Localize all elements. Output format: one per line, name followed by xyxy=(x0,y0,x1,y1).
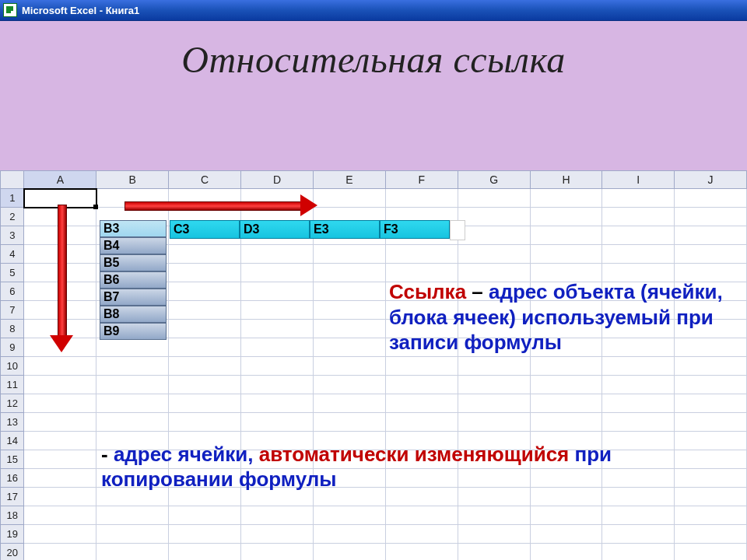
cell[interactable] xyxy=(602,394,675,413)
col-header[interactable]: B xyxy=(96,171,169,189)
cell[interactable] xyxy=(530,376,602,394)
cell[interactable] xyxy=(96,264,169,282)
cell[interactable] xyxy=(675,432,747,450)
cell[interactable] xyxy=(169,357,241,376)
cell[interactable] xyxy=(602,506,675,525)
cell[interactable] xyxy=(675,413,747,432)
cell[interactable] xyxy=(458,226,530,245)
row-header[interactable]: 14 xyxy=(1,432,24,450)
cell[interactable] xyxy=(675,394,747,413)
cell[interactable] xyxy=(24,264,96,282)
cell[interactable] xyxy=(458,357,530,376)
cell[interactable] xyxy=(96,413,169,432)
cell[interactable] xyxy=(241,525,314,544)
col-header[interactable]: G xyxy=(458,171,530,189)
cell[interactable] xyxy=(530,357,602,376)
cell[interactable] xyxy=(96,245,169,264)
cell[interactable] xyxy=(313,506,385,525)
cell[interactable] xyxy=(675,208,747,226)
cell[interactable] xyxy=(385,189,458,208)
cell[interactable] xyxy=(458,376,530,394)
cell[interactable] xyxy=(313,525,385,544)
cell[interactable] xyxy=(96,544,169,561)
cell[interactable] xyxy=(385,376,458,394)
cell[interactable] xyxy=(241,208,314,226)
cell[interactable] xyxy=(602,245,675,264)
cell[interactable] xyxy=(241,394,314,413)
cell[interactable] xyxy=(24,432,96,450)
cell[interactable] xyxy=(385,357,458,376)
cell[interactable] xyxy=(241,320,314,338)
row-header[interactable]: 5 xyxy=(1,264,24,282)
cell[interactable] xyxy=(675,488,747,506)
col-header[interactable]: E xyxy=(313,171,385,189)
cell[interactable] xyxy=(169,338,241,357)
row-header[interactable]: 15 xyxy=(1,450,24,469)
cell[interactable] xyxy=(675,245,747,264)
cell[interactable] xyxy=(458,394,530,413)
cell[interactable] xyxy=(313,301,385,320)
cell[interactable] xyxy=(530,226,602,245)
row-header[interactable]: 2 xyxy=(1,208,24,226)
cell[interactable] xyxy=(313,226,385,245)
cell[interactable] xyxy=(241,376,314,394)
row-header[interactable]: 10 xyxy=(1,357,24,376)
cell[interactable] xyxy=(24,413,96,432)
col-header[interactable]: H xyxy=(530,171,602,189)
cell[interactable] xyxy=(675,544,747,561)
cell[interactable] xyxy=(602,544,675,561)
cell[interactable] xyxy=(169,264,241,282)
cell[interactable] xyxy=(24,338,96,357)
cell[interactable] xyxy=(458,245,530,264)
cell[interactable] xyxy=(385,413,458,432)
cell[interactable] xyxy=(313,376,385,394)
col-header[interactable]: I xyxy=(602,171,675,189)
cell[interactable] xyxy=(602,413,675,432)
cell[interactable] xyxy=(313,320,385,338)
cell[interactable] xyxy=(313,338,385,357)
cell[interactable] xyxy=(24,376,96,394)
col-header[interactable]: C xyxy=(169,171,241,189)
cell[interactable] xyxy=(313,394,385,413)
cell[interactable] xyxy=(385,525,458,544)
cell[interactable] xyxy=(530,544,602,561)
col-header[interactable]: J xyxy=(675,171,747,189)
cell[interactable] xyxy=(530,189,602,208)
row-header[interactable]: 6 xyxy=(1,282,24,301)
cell[interactable] xyxy=(241,506,314,525)
cell[interactable] xyxy=(96,226,169,245)
row-header[interactable]: 4 xyxy=(1,245,24,264)
cell-A1[interactable] xyxy=(24,189,96,208)
cell[interactable] xyxy=(169,525,241,544)
cell[interactable] xyxy=(313,413,385,432)
cell[interactable] xyxy=(458,544,530,561)
cell[interactable] xyxy=(24,320,96,338)
cell[interactable] xyxy=(169,189,241,208)
cell[interactable] xyxy=(458,208,530,226)
cell[interactable] xyxy=(675,357,747,376)
cell[interactable] xyxy=(96,506,169,525)
row-header[interactable]: 13 xyxy=(1,413,24,432)
cell[interactable] xyxy=(24,208,96,226)
cell[interactable] xyxy=(24,357,96,376)
cell[interactable] xyxy=(169,544,241,561)
cell[interactable] xyxy=(96,320,169,338)
cell[interactable] xyxy=(602,189,675,208)
cell[interactable] xyxy=(241,189,314,208)
cell[interactable] xyxy=(675,376,747,394)
cell[interactable] xyxy=(313,544,385,561)
row-header[interactable]: 11 xyxy=(1,376,24,394)
cell[interactable] xyxy=(313,189,385,208)
cell[interactable] xyxy=(530,413,602,432)
cell[interactable] xyxy=(96,357,169,376)
col-header[interactable]: F xyxy=(385,171,458,189)
cell[interactable] xyxy=(385,208,458,226)
cell[interactable] xyxy=(24,488,96,506)
row-header[interactable]: 20 xyxy=(1,544,24,561)
cell[interactable] xyxy=(24,544,96,561)
cell[interactable] xyxy=(96,394,169,413)
cell[interactable] xyxy=(169,413,241,432)
cell[interactable] xyxy=(169,226,241,245)
cell[interactable] xyxy=(24,282,96,301)
cell[interactable] xyxy=(24,450,96,469)
